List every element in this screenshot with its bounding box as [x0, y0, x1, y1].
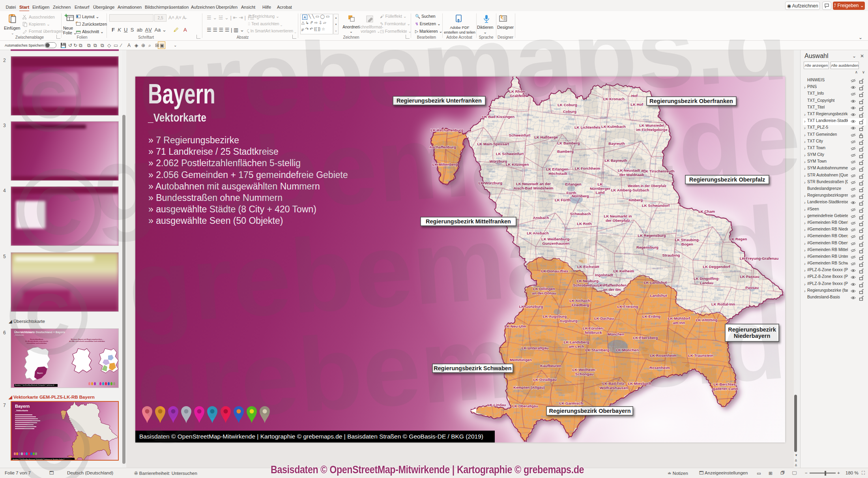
svg-text:LK Haßberge: LK Haßberge [534, 135, 558, 139]
svg-text:LK Schweinfurt: LK Schweinfurt [496, 152, 524, 156]
svg-text:LK Regensburg: LK Regensburg [638, 233, 666, 238]
svg-text:Regierungsbezirk Oberpfalz: Regierungsbezirk Oberpfalz [689, 176, 765, 183]
svg-text:LK Weißenburg-Gunzenhausen: LK Weißenburg-Gunzenhausen [541, 237, 571, 246]
svg-text:LK Fürsten-feldbruck: LK Fürsten-feldbruck [583, 326, 604, 335]
svg-text:Nürnberg: Nürnberg [572, 194, 589, 198]
svg-text:Regierungsbezirk Mittelfranken: Regierungsbezirk Mittelfranken [426, 218, 511, 225]
svg-text:LK Tirschenreuth: LK Tirschenreuth [643, 169, 674, 173]
svg-text:Hof: Hof [631, 94, 638, 98]
svg-text:LK Main-Spessart: LK Main-Spessart [477, 142, 509, 146]
svg-text:LK Erding: LK Erding [642, 314, 660, 319]
svg-text:LK Neustadt an derAisch-Bad Wi: LK Neustadt an derAisch-Bad Windsheim [513, 182, 553, 190]
svg-text:LK Coburg: LK Coburg [557, 103, 577, 107]
svg-text:Erlangen: Erlangen [565, 182, 581, 186]
svg-text:Kempten (Allgäu): Kempten (Allgäu) [513, 385, 544, 390]
svg-text:LK Dillingenan der Donau: LK Dillingenan der Donau [532, 287, 556, 295]
svg-text:LK Unterallgäu: LK Unterallgäu [522, 346, 548, 350]
svg-text:LK Altötting: LK Altötting [696, 318, 718, 322]
svg-text:LK Neustadt ander Waldnaab: LK Neustadt ander Waldnaab [618, 168, 646, 177]
svg-text:Augsburg: Augsburg [559, 319, 577, 323]
svg-text:LK Lichtenfels: LK Lichtenfels [574, 125, 600, 129]
svg-text:LK Weilheim-Schongau: LK Weilheim-Schongau [572, 367, 597, 376]
svg-text:LK Neu-Ulm: LK Neu-Ulm [505, 324, 526, 328]
svg-text:LK Regen: LK Regen [730, 237, 747, 241]
svg-text:Landshut: Landshut [650, 293, 667, 298]
svg-text:LK Rottal-Inn: LK Rottal-Inn [711, 302, 735, 306]
svg-text:Bamberg: Bamberg [557, 149, 574, 154]
svg-text:Aschaffenburg: Aschaffenburg [429, 145, 456, 149]
svg-text:Straubing: Straubing [662, 253, 680, 257]
svg-text:LK Ebersberg: LK Ebersberg [633, 336, 658, 340]
svg-text:LK Rhön-Grabfeld: LK Rhön-Grabfeld [509, 89, 526, 98]
svg-text:Schwabach: Schwabach [570, 212, 591, 216]
svg-text:LK Kelheim: LK Kelheim [614, 269, 634, 273]
svg-text:LK Cham: LK Cham [698, 209, 715, 214]
svg-text:LK Fürth: LK Fürth [555, 198, 571, 202]
svg-text:LK Ostallgäu: LK Ostallgäu [533, 377, 556, 382]
svg-text:LK Eichstätt: LK Eichstätt [577, 264, 600, 269]
svg-text:Bayreuth: Bayreuth [608, 141, 625, 146]
svg-text:LK Bayreuth: LK Bayreuth [604, 158, 627, 163]
svg-text:Memmingen: Memmingen [510, 358, 532, 362]
svg-text:LK Kulmbach: LK Kulmbach [601, 124, 626, 129]
svg-text:LK Dachau: LK Dachau [594, 316, 614, 321]
svg-text:LK Traunstein: LK Traunstein [688, 353, 713, 358]
svg-text:Regensburg: Regensburg [636, 245, 658, 249]
svg-text:LK Kronach: LK Kronach [603, 97, 625, 101]
svg-text:Coburg: Coburg [563, 109, 576, 114]
svg-text:LK Bad Tölz-Wolfratshausen: LK Bad Tölz-Wolfratshausen [600, 381, 628, 390]
svg-text:LK München: LK München [616, 348, 639, 352]
svg-text:Amberg: Amberg [629, 198, 643, 202]
svg-text:LK Berchtes-gadener Land: LK Berchtes-gadener Land [713, 382, 738, 391]
svg-text:LK Starnberg: LK Starnberg [586, 348, 610, 352]
svg-text:LK Kitzingen: LK Kitzingen [506, 162, 529, 167]
svg-text:LK Bad Kissingen: LK Bad Kissingen [482, 114, 514, 119]
svg-text:LK Günzburg: LK Günzburg [519, 304, 543, 309]
svg-text:LK Würzburg: LK Würzburg [479, 181, 502, 185]
svg-text:LK Donau-Ries: LK Donau-Ries [541, 269, 569, 273]
svg-text:LK Augsburg: LK Augsburg [543, 314, 567, 319]
svg-text:Kaufbeuren: Kaufbeuren [540, 364, 561, 368]
svg-text:Schweinfurt: Schweinfurt [509, 133, 531, 137]
svg-text:LK Forchheim: LK Forchheim [575, 166, 600, 171]
svg-text:LK Amberg-Sulzbach: LK Amberg-Sulzbach [611, 188, 649, 192]
svg-text:Passau: Passau [745, 285, 759, 290]
svg-text:Ansbach: Ansbach [533, 216, 549, 220]
svg-text:München: München [608, 332, 624, 336]
svg-text:Regierungsbezirk Oberbayern: Regierungsbezirk Oberbayern [549, 408, 630, 414]
svg-text:RegierungsbezirkNiederbayern: RegierungsbezirkNiederbayern [728, 326, 776, 339]
svg-text:LK Oberallgäu: LK Oberallgäu [512, 404, 538, 408]
svg-text:LK Roth: LK Roth [577, 221, 591, 226]
svg-text:LK Bamberg: LK Bamberg [557, 141, 580, 145]
svg-text:LK Schwandorf: LK Schwandorf [642, 203, 670, 208]
svg-text:LK Ansbach: LK Ansbach [527, 231, 549, 235]
svg-text:LK Miltenberg: LK Miltenberg [432, 162, 458, 167]
svg-text:LK Freyung-Grafenau: LK Freyung-Grafenau [740, 256, 779, 261]
svg-text:LK Aschaffenburg: LK Aschaffenburg [431, 128, 464, 132]
svg-text:LK Wunsiedelim Fichtelgebirge: LK Wunsiedelim Fichtelgebirge [636, 123, 667, 132]
svg-text:LK Rosenheim: LK Rosenheim [650, 353, 676, 358]
svg-text:Regierungsbezirk Schwaben: Regierungsbezirk Schwaben [434, 365, 511, 371]
svg-text:LK Landshut: LK Landshut [644, 280, 667, 285]
svg-text:Ingolstadt: Ingolstadt [595, 273, 614, 277]
svg-text:Würzburg: Würzburg [490, 159, 507, 163]
svg-text:Bayern: Bayern [37, 372, 43, 374]
svg-text:Regierungsbezirk Unterfranken: Regierungsbezirk Unterfranken [397, 97, 482, 104]
svg-text:Regierungsbezirk Oberfranken: Regierungsbezirk Oberfranken [649, 98, 733, 104]
svg-text:LK Lindau: LK Lindau [488, 403, 506, 407]
svg-text:LK Erlangen-Höchstadt: LK Erlangen-Höchstadt [546, 167, 570, 176]
svg-text:LK Neumarkt inder Oberpfalz: LK Neumarkt inder Oberpfalz [604, 214, 632, 223]
svg-text:Weiden in der Oberpfalz: Weiden in der Oberpfalz [628, 184, 666, 188]
svg-text:LK Deggendorf: LK Deggendorf [703, 264, 730, 269]
svg-text:LK Freising: LK Freising [617, 304, 638, 309]
svg-text:LK Miesbach: LK Miesbach [628, 381, 651, 386]
svg-text:Rosenheim: Rosenheim [649, 366, 670, 370]
svg-text:LK Aichach-Friedberg: LK Aichach-Friedberg [569, 298, 591, 307]
svg-text:LK Passau: LK Passau [740, 274, 759, 279]
svg-text:LK Hof: LK Hof [630, 102, 643, 107]
